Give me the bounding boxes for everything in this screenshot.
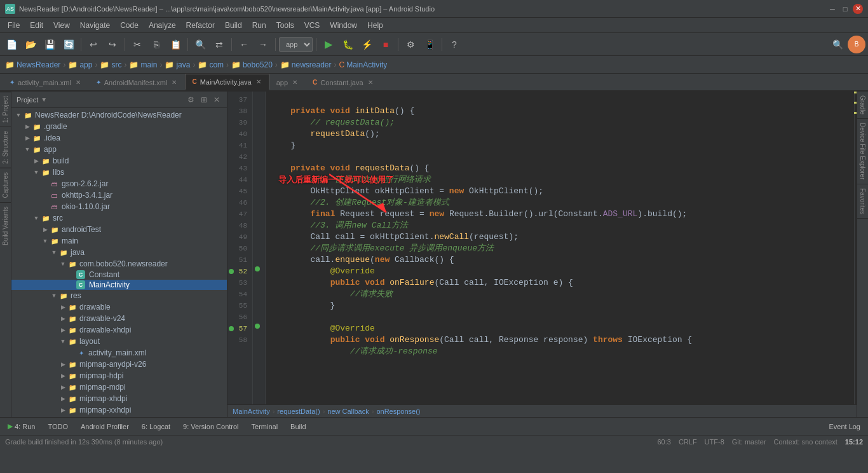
toolbar-cut-button[interactable]: ✂ [128,36,146,53]
tree-item-drawable-xhdpi[interactable]: ▶ 📁 drawable-xhdpi [11,324,227,336]
tab-constant-java[interactable]: C Constant.java ✕ [306,74,381,90]
tree-item-mipmap-anydpi[interactable]: ▶ 📁 mipmap-anydpi-v26 [11,359,227,370]
project-close-button[interactable]: ✕ [212,95,222,105]
tab-close-activity-main[interactable]: ✕ [74,78,82,86]
run-config-selector[interactable]: app [279,37,313,52]
bottom-logcat-button[interactable]: 6: Logcat [139,422,173,432]
menu-build[interactable]: Build [220,18,247,33]
nav-bobo520[interactable]: 📁 bobo520 [231,60,273,69]
nav-mainactivity[interactable]: C MainActivity [339,60,388,69]
bc-callback[interactable]: new Callback [327,408,369,415]
toolbar-paste-button[interactable]: 📋 [166,36,184,53]
maximize-button[interactable]: □ [840,4,850,14]
bottom-profiler-button[interactable]: Android Profiler [78,422,132,432]
tree-item-gradle[interactable]: ▶ 📁 .gradle [11,121,227,132]
tree-item-okio-jar[interactable]: 🗃 okio-1.10.0.jar [11,201,227,212]
tree-item-com-bobo520[interactable]: ▼ 📁 com.bobo520.newsreader [11,258,227,270]
menu-code[interactable]: Code [115,18,144,33]
bc-mainactivity[interactable]: MainActivity [233,408,270,415]
tree-item-mipmap-hdpi[interactable]: ▶ 📁 mipmap-hdpi [11,370,227,381]
toolbar-back-button[interactable]: ← [235,36,253,53]
bottom-vcs-button[interactable]: 9: Version Control [180,422,241,432]
tree-item-layout[interactable]: ▼ 📁 layout [11,336,227,347]
tree-item-build[interactable]: ▶ 📁 build [11,155,227,167]
tab-androidmanifest-xml[interactable]: ✦ AndroidManifest.xml ✕ [89,74,186,90]
tab-close-constant[interactable]: ✕ [367,78,374,86]
tree-item-main[interactable]: ▼ 📁 main [11,235,227,247]
tab-activity-main-xml[interactable]: ✦ activity_main.xml ✕ [3,74,89,90]
toolbar-redo-button[interactable]: ↪ [104,36,121,53]
bc-onresponse[interactable]: onResponse() [376,408,420,415]
tab-close-mainactivity[interactable]: ✕ [255,78,262,86]
tree-item-idea[interactable]: ▶ 📁 .idea [11,132,227,144]
menu-analyze[interactable]: Analyze [144,18,181,33]
menu-help[interactable]: Help [362,18,388,33]
toolbar-sync-button[interactable]: 🔄 [60,36,78,53]
panel-label-favorites[interactable]: Favorites [857,184,868,219]
panel-label-gradle[interactable]: Gradle [857,92,868,119]
toolbar-save-button[interactable]: 💾 [41,36,58,53]
menu-file[interactable]: File [3,18,25,33]
tree-item-gson-jar[interactable]: 🗃 gson-2.6.2.jar [11,178,227,189]
avd-button[interactable]: 📱 [421,36,438,53]
debug-button[interactable]: 🐛 [339,36,356,53]
help-button[interactable]: ? [445,36,463,53]
tree-item-mipmap-xhdpi[interactable]: ▶ 📁 mipmap-xhdpi [11,393,227,404]
panel-label-build-variants[interactable]: Build Variants [0,202,11,249]
nav-java[interactable]: 📁 java [165,60,190,69]
account-avatar[interactable]: B [848,36,865,53]
menu-edit[interactable]: Edit [25,18,48,33]
menu-view[interactable]: View [48,18,75,33]
code-editor[interactable]: 导入后重新编一下就可以使用了 37 38 39 40 41 42 43 44 [227,92,857,417]
bottom-run-button[interactable]: ▶ 4: Run [5,421,37,432]
nav-app[interactable]: 📁 app [68,60,92,69]
code-scroll-area[interactable]: 37 38 39 40 41 42 43 44 45 46 47 48 49 5… [227,92,857,404]
panel-label-captures[interactable]: Captures [0,168,11,202]
nav-src[interactable]: 📁 src [100,60,121,69]
tree-item-mipmap-mdpi[interactable]: ▶ 📁 mipmap-mdpi [11,381,227,393]
tree-item-okhttp-jar[interactable]: 🗃 okhttp-3.4.1.jar [11,189,227,201]
toolbar-replace-button[interactable]: ⇄ [210,36,228,53]
panel-label-project[interactable]: 1: Project [0,92,11,127]
nav-com[interactable]: 📁 com [198,60,224,69]
bottom-build-button[interactable]: Build [288,422,308,432]
tree-item-activity-main-xml[interactable]: ✦ activity_main.xml [11,347,227,359]
menu-run[interactable]: Run [247,18,271,33]
toolbar-undo-button[interactable]: ↩ [85,36,102,53]
tab-close-androidmanifest[interactable]: ✕ [170,78,178,86]
sdk-button[interactable]: ⚙ [402,36,419,53]
tree-item-res[interactable]: ▼ 📁 res [11,290,227,301]
toolbar-search-button[interactable]: 🔍 [191,36,209,53]
toolbar-copy-button[interactable]: ⎘ [147,36,165,53]
bottom-todo-button[interactable]: TODO [45,422,71,432]
menu-vcs[interactable]: VCS [299,18,325,33]
panel-label-structure[interactable]: 2: Structure [0,127,11,168]
tree-item-src[interactable]: ▼ 📁 src [11,212,227,224]
tree-item-app[interactable]: ▼ 📁 app [11,144,227,155]
menu-navigate[interactable]: Navigate [75,18,115,33]
code-content[interactable]: private void initData() { // requestData… [266,92,854,404]
panel-label-device-file-explorer[interactable]: Device File Explorer [857,119,868,184]
tab-app[interactable]: app ✕ [269,74,306,90]
tree-item-mipmap-xxhdpi[interactable]: ▶ 📁 mipmap-xxhdpi [11,404,227,416]
tree-item-constant[interactable]: C Constant [11,270,227,280]
tree-item-androidtest[interactable]: ▶ 📁 androidTest [11,224,227,235]
project-dropdown-icon[interactable]: ▼ [41,96,47,103]
stop-button[interactable]: ■ [377,36,395,53]
project-gear-button[interactable]: ⚙ [186,95,196,105]
tab-close-app[interactable]: ✕ [291,78,299,86]
tree-item-mainactivity[interactable]: C MainActivity [11,280,227,290]
nav-newsreader2[interactable]: 📁 newsreader [280,60,332,69]
profile-button[interactable]: ⚡ [358,36,376,53]
menu-refactor[interactable]: Refactor [181,18,220,33]
nav-newsreader[interactable]: 📁 NewsReader [5,60,60,69]
tree-item-drawable[interactable]: ▶ 📁 drawable [11,301,227,313]
toolbar-new-button[interactable]: 📄 [3,36,20,53]
tab-mainactivity-java[interactable]: C MainActivity.java ✕ [185,74,269,90]
nav-main[interactable]: 📁 main [129,60,157,69]
run-button[interactable]: ▶ [320,36,337,53]
project-layout-button[interactable]: ⊞ [199,95,209,105]
tree-item-java[interactable]: ▼ 📁 java [11,247,227,258]
menu-tools[interactable]: Tools [271,18,299,33]
tree-item-libs[interactable]: ▼ 📁 libs [11,167,227,178]
